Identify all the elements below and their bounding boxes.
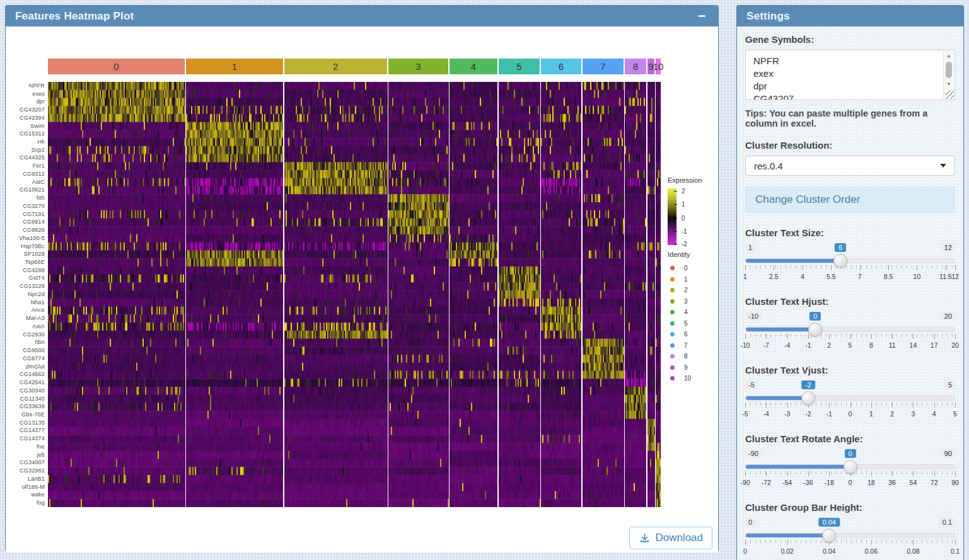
cluster-text-vjust-major-tick (955, 403, 956, 408)
cluster-bar-segment-8: 8 (625, 59, 646, 74)
gene-label: fne (6, 443, 45, 451)
cluster-text-rotate-angle-track[interactable] (745, 464, 955, 469)
cluster-text-hjust-tick-label: 5 (849, 341, 852, 349)
cluster-text-rotate-angle-tick-label: 72 (931, 479, 938, 486)
cluster-group-bar-height-tick-label: 0.06 (865, 547, 878, 555)
collapse-icon[interactable] (695, 9, 709, 23)
cluster-text-hjust-major-tick (934, 334, 935, 339)
gene-label: CG9826 (6, 226, 45, 234)
identity-dot (670, 321, 675, 326)
gene-label: CG33639 (6, 403, 45, 411)
cluster-text-size-handle[interactable] (833, 254, 847, 268)
cluster-text-rotate-angle-handle[interactable] (844, 460, 857, 474)
gene-label: SP1029 (6, 250, 45, 258)
cluster-text-vjust-handle[interactable] (801, 391, 815, 405)
cluster-text-size-label: Cluster Text Size: (745, 227, 955, 238)
gene-symbols-input[interactable]: NPFRexexdprCG43207 ▲ ▼ (745, 50, 955, 100)
expression-tick-label: 2 (682, 187, 685, 194)
cluster-text-rotate-angle-tick-label: 54 (910, 479, 917, 486)
cluster-bar-segment-0: 0 (48, 59, 185, 74)
gene-label: CG7191 (6, 210, 45, 219)
gene-label: CG14377 (6, 427, 45, 435)
cluster-text-size-minor-ticks (745, 265, 955, 268)
cluster-text-vjust-tick-label: 0 (849, 410, 852, 418)
scrollbar-thumb[interactable] (946, 62, 952, 78)
scroll-up-icon[interactable]: ▲ (944, 51, 954, 60)
identity-label: 4 (684, 309, 688, 316)
cluster-text-size-major-tick (917, 265, 917, 270)
cluster-text-rotate-angle-major-tick (955, 471, 956, 476)
cluster-group-bar-height-major-tick (955, 540, 956, 545)
cluster-text-hjust-tick-label: 11 (889, 341, 896, 349)
cluster-text-size-major-tick (955, 265, 956, 270)
cluster-text-hjust-major-tick (892, 334, 893, 339)
expression-tick (674, 231, 677, 232)
cluster-text-vjust-major-tick (745, 403, 746, 408)
gene-symbols-line: NPFR (753, 55, 954, 67)
cluster-group-bar-height-major-tick (913, 540, 914, 545)
gene-label: Mal-A3 (6, 314, 45, 323)
cluster-resolution-select[interactable]: res.0.4 (745, 156, 955, 176)
expression-tick-label: 0 (682, 214, 685, 221)
gene-label: CG4288 (6, 266, 45, 275)
gene-label: CG9312 (6, 170, 45, 178)
cluster-text-hjust-major-tick (745, 334, 746, 339)
cluster-group-bar-height-major-tick (745, 540, 746, 545)
identity-dot (670, 332, 675, 336)
change-cluster-order-button[interactable]: Change Cluster Order (745, 186, 955, 213)
identity-item-0: 0 (668, 263, 717, 274)
identity-dot (670, 299, 675, 304)
expression-tick (674, 244, 677, 244)
cluster-text-size-major-tick (831, 265, 832, 270)
cluster-group-bar-height-major-tick (787, 540, 788, 545)
cluster-group-bar-height-handle[interactable] (822, 529, 836, 542)
cluster-text-size-major-tick (946, 265, 946, 270)
cluster-text-size-track-fill (746, 259, 840, 263)
plot-panel-header: Features Heatmap Plot (6, 6, 718, 26)
cluster-text-size-tick-label: 4 (801, 273, 804, 280)
gene-label: Ance (6, 307, 45, 315)
cluster-group-bar: 012345678910 (48, 59, 661, 74)
cluster-text-rotate-angle-max-badge: 90 (941, 449, 955, 458)
cluster-text-rotate-angle-tick-label: -90 (740, 479, 750, 486)
cluster-text-vjust-major-tick (766, 403, 767, 408)
gene-label: CG13229 (6, 282, 45, 290)
gene-label: CG10621 (6, 186, 45, 195)
cluster-text-hjust-handle[interactable] (808, 323, 822, 336)
gene-label: CG11340 (6, 395, 45, 403)
identity-label: 2 (684, 287, 688, 294)
cluster-text-hjust-tick-label: -1 (805, 341, 811, 349)
resize-grip-icon[interactable] (946, 91, 954, 99)
cluster-text-rotate-angle-track-fill (746, 465, 850, 469)
cluster-bar-segment-4: 4 (450, 59, 497, 74)
gene-label: AstA (6, 323, 45, 331)
gene-label: LanB1 (6, 475, 45, 483)
gene-label: hbn (6, 339, 45, 347)
download-button[interactable]: Download (629, 527, 712, 549)
expression-tick (674, 218, 677, 219)
cluster-text-hjust-tick-label: -4 (784, 341, 790, 349)
cluster-text-size-tick-label: 8.5 (884, 273, 893, 280)
cluster-group-bar-height-track[interactable] (745, 533, 955, 538)
cluster-text-rotate-angle-major-tick (745, 471, 746, 476)
cluster-text-vjust-major-tick (829, 403, 830, 408)
cluster-text-vjust-value-badge: -2 (801, 380, 815, 389)
cluster-text-vjust-tick-label: 5 (953, 410, 957, 418)
cluster-text-vjust-track[interactable] (745, 396, 955, 401)
gene-label: CG32982 (6, 467, 45, 475)
cluster-text-rotate-angle-major-tick (787, 471, 788, 476)
cluster-text-hjust-tick-label: 17 (931, 341, 938, 349)
cluster-text-size-max-badge: 12 (941, 243, 955, 252)
cluster-text-rotate-angle-tick-label: -72 (762, 479, 771, 486)
cluster-group-bar-height-label: Cluster Group Bar Height: (745, 502, 955, 513)
cluster-text-size-track[interactable] (745, 258, 955, 263)
heatmap-canvas (48, 82, 661, 507)
identity-dot (670, 365, 675, 370)
cluster-text-hjust-track[interactable] (745, 327, 955, 332)
cluster-text-rotate-angle-tick-label: 90 (951, 479, 959, 486)
identity-label: 6 (684, 331, 688, 338)
scroll-down-icon[interactable]: ▼ (944, 79, 954, 89)
identity-dot (670, 354, 675, 358)
cluster-text-hjust-tick-label: 2 (827, 341, 831, 349)
identity-dot (670, 288, 675, 292)
